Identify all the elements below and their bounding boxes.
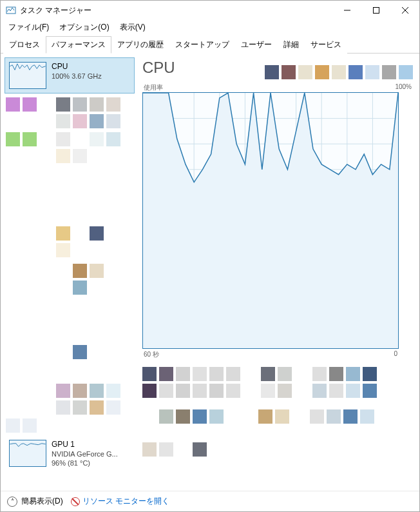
color-swatches: [265, 65, 413, 79]
xaxis-right: 0: [394, 350, 397, 359]
tab-startup[interactable]: スタートアップ: [169, 36, 235, 54]
main-panel: CPU 使用率 100% 60 秒 0: [136, 54, 419, 492]
cpu-info: CPU 100% 3.67 GHz: [52, 62, 102, 80]
resmon-label: リソース モニターを開く: [82, 496, 169, 507]
redacted-grid: [142, 384, 406, 398]
main-title: CPU: [142, 59, 175, 77]
menu-file[interactable]: ファイル(F): [5, 21, 53, 34]
swatch: [348, 65, 363, 79]
tab-users[interactable]: ユーザー: [235, 36, 278, 54]
swatch: [365, 65, 379, 79]
redacted-row: [6, 243, 133, 257]
svg-rect-2: [373, 8, 379, 14]
resource-monitor-icon: [71, 497, 80, 506]
gpu1-info: GPU 1 NVIDIA GeForce G... 96% (81 °C): [52, 440, 118, 467]
menubar: ファイル(F) オプション(O) 表示(V): [1, 20, 419, 34]
redacted-row: [6, 345, 133, 359]
titlebar: タスク マネージャー: [1, 1, 419, 20]
xaxis-left: 60 秒: [144, 350, 159, 359]
maximize-button[interactable]: [361, 1, 390, 20]
redacted-row: [6, 114, 133, 128]
swatch: [315, 65, 329, 79]
gpu1-sub2: 96% (81 °C): [52, 459, 118, 467]
close-button[interactable]: [390, 1, 419, 20]
redacted-row: [6, 149, 133, 163]
redacted-grid: [142, 367, 406, 381]
redacted-row: [6, 97, 133, 112]
redacted-grid: [142, 442, 406, 457]
cpu-chart[interactable]: [142, 92, 399, 349]
cpu-name: CPU: [52, 62, 102, 71]
redacted-row: [6, 281, 133, 295]
util-label: 使用率: [144, 83, 163, 92]
util-max: 100%: [395, 83, 412, 92]
gpu1-thumb: [9, 440, 46, 467]
main-header: CPU: [142, 59, 413, 79]
swatch: [298, 65, 312, 79]
redacted-grid: [142, 426, 406, 427]
chart-top-labels: 使用率 100%: [142, 83, 413, 92]
window-title: タスク マネージャー: [20, 5, 332, 16]
tabbar: プロセス パフォーマンス アプリの履歴 スタートアップ ユーザー 詳細 サービス: [1, 34, 419, 54]
footer: ˄ 簡易表示(D) リソース モニターを開く: [1, 491, 419, 511]
menu-options[interactable]: オプション(O): [55, 21, 113, 34]
swatch: [382, 65, 396, 79]
minimize-button[interactable]: [332, 1, 361, 20]
content-area: CPU 100% 3.67 GHz: [1, 54, 419, 492]
sidebar: CPU 100% 3.67 GHz: [1, 54, 136, 492]
redacted-row: [6, 400, 133, 415]
fewer-details[interactable]: ˄ 簡易表示(D): [7, 496, 63, 507]
open-resource-monitor[interactable]: リソース モニターを開く: [71, 496, 169, 507]
chevron-up-icon: ˄: [7, 497, 17, 507]
fewer-label: 簡易表示(D): [21, 496, 63, 507]
gpu1-sub1: NVIDIA GeForce G...: [52, 450, 118, 458]
tab-services[interactable]: サービス: [305, 36, 347, 54]
redacted-grid: [142, 409, 406, 424]
swatch: [332, 65, 346, 79]
sidebar-item-cpu[interactable]: CPU 100% 3.67 GHz: [5, 57, 135, 94]
redacted-row: [6, 384, 133, 398]
swatch: [282, 65, 296, 79]
gpu1-name: GPU 1: [52, 440, 118, 449]
sidebar-item-gpu1[interactable]: GPU 1 NVIDIA GeForce G... 96% (81 °C): [5, 435, 135, 471]
tab-performance[interactable]: パフォーマンス: [46, 36, 111, 54]
detail-area: [142, 367, 413, 470]
swatch: [399, 65, 413, 79]
tab-details[interactable]: 詳細: [278, 36, 305, 54]
menu-view[interactable]: 表示(V): [116, 21, 149, 34]
chart-bottom-labels: 60 秒 0: [142, 349, 399, 359]
cpu-sub: 100% 3.67 GHz: [52, 72, 102, 80]
swatch: [265, 65, 279, 79]
app-icon: [6, 5, 16, 15]
redacted-row: [6, 132, 133, 146]
tab-apphistory[interactable]: アプリの履歴: [111, 36, 169, 54]
cpu-thumb: [9, 62, 46, 89]
redacted-row: [6, 418, 133, 433]
redacted-row: [6, 226, 133, 241]
tab-processes[interactable]: プロセス: [3, 36, 46, 54]
redacted-row: [6, 264, 133, 278]
